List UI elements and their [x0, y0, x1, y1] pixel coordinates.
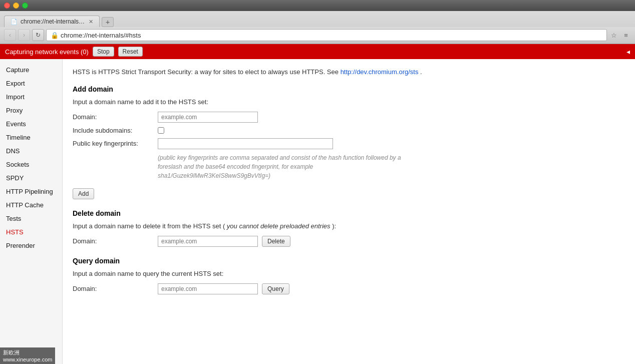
content-area: HSTS is HTTPS Strict Transport Security:… — [63, 59, 635, 364]
capture-banner: Capturing network events (0) Stop Reset … — [0, 44, 635, 59]
sidebar-item-proxy[interactable]: Proxy — [0, 104, 62, 117]
watermark-line1: 新欧洲 — [3, 349, 52, 356]
back-button[interactable]: ‹ — [4, 29, 16, 41]
lock-icon: 🔒 — [51, 32, 59, 39]
sidebar-item-tests[interactable]: Tests — [0, 212, 62, 225]
query-button[interactable]: Query — [262, 283, 289, 294]
sidebar-item-capture[interactable]: Capture — [0, 63, 62, 77]
stop-button[interactable]: Stop — [93, 47, 114, 57]
query-domain-section: Query domain Input a domain name to quer… — [73, 257, 625, 294]
chromium-link[interactable]: http://dev.chromium.org/sts — [341, 68, 419, 76]
sidebar-item-events[interactable]: Events — [0, 117, 62, 131]
query-domain-title: Query domain — [73, 257, 625, 265]
sidebar-item-http-pipelining[interactable]: HTTP Pipelining — [0, 185, 62, 198]
add-domain-section: Add domain Input a domain name to add it… — [73, 85, 625, 199]
banner-toggle-button[interactable]: ◂ — [626, 48, 630, 56]
active-tab[interactable]: 📄 chrome://net-internals/#hs ✕ — [4, 16, 100, 27]
delete-button[interactable]: Delete — [262, 236, 290, 247]
close-window-button[interactable] — [4, 3, 10, 9]
maximize-window-button[interactable] — [22, 3, 28, 9]
sidebar-item-timeline[interactable]: Timeline — [0, 131, 62, 144]
menu-icon[interactable]: ≡ — [621, 30, 631, 40]
page-icon: 📄 — [11, 19, 18, 25]
delete-domain-title: Delete domain — [73, 209, 625, 217]
add-button[interactable]: Add — [73, 188, 94, 199]
sidebar-item-sockets[interactable]: Sockets — [0, 158, 62, 171]
main-layout: Capture Export Import Proxy Events Timel… — [0, 59, 635, 364]
sidebar-item-export[interactable]: Export — [0, 77, 62, 90]
address-bar[interactable]: 🔒 chrome://net-internals/#hsts — [46, 29, 607, 41]
description-text: HSTS is HTTPS Strict Transport Security:… — [73, 68, 341, 76]
sidebar-item-hsts[interactable]: HSTS — [0, 225, 62, 239]
bookmark-icon[interactable]: ☆ — [609, 30, 619, 40]
watermark-line2: www.xineurope.com — [3, 356, 52, 362]
reset-button[interactable]: Reset — [118, 47, 143, 57]
domain-label: Domain: — [73, 113, 158, 121]
forward-button[interactable]: › — [18, 29, 30, 41]
minimize-window-button[interactable] — [13, 3, 19, 9]
public-key-input[interactable] — [158, 138, 333, 149]
sidebar-item-prerender[interactable]: Prerender — [0, 239, 62, 252]
add-domain-row: Domain: — [73, 112, 625, 123]
public-key-row: Public key fingerprints: — [73, 138, 625, 149]
watermark: 新欧洲 www.xineurope.com — [0, 347, 55, 364]
include-subdomains-label: Include subdomains: — [73, 127, 158, 134]
window-controls[interactable] — [4, 3, 28, 9]
hsts-description: HSTS is HTTPS Strict Transport Security:… — [73, 67, 625, 77]
delete-domain-label: Domain: — [73, 237, 158, 245]
public-key-label: Public key fingerprints: — [73, 140, 158, 147]
address-text: chrome://net-internals/#hsts — [61, 32, 141, 39]
fingerprint-note: (public key fingerprints are comma separ… — [158, 153, 408, 180]
delete-domain-input[interactable] — [158, 236, 258, 247]
add-domain-title: Add domain — [73, 85, 625, 93]
sidebar-item-dns[interactable]: DNS — [0, 144, 62, 158]
new-tab-button[interactable]: + — [102, 17, 114, 27]
tab-close-button[interactable]: ✕ — [89, 19, 93, 25]
sidebar-item-import[interactable]: Import — [0, 90, 62, 104]
add-domain-input[interactable] — [158, 112, 258, 123]
tab-label: chrome://net-internals/#hs — [21, 18, 86, 25]
capture-status-text: Capturing network events (0) — [5, 48, 89, 56]
query-domain-input[interactable] — [158, 283, 258, 294]
os-bar — [0, 0, 635, 11]
include-subdomains-row: Include subdomains: — [73, 127, 625, 134]
reload-button[interactable]: ↻ — [32, 29, 44, 41]
add-domain-subtitle: Input a domain name to add it to the HST… — [73, 98, 625, 106]
delete-domain-row: Domain: Delete — [73, 236, 625, 247]
query-domain-subtitle: Input a domain name to query the current… — [73, 270, 625, 277]
browser-chrome: 📄 chrome://net-internals/#hs ✕ + ‹ › ↻ 🔒… — [0, 11, 635, 44]
forward-icon: › — [23, 32, 25, 39]
delete-domain-subtitle: Input a domain name to delete it from th… — [73, 222, 625, 230]
sidebar: Capture Export Import Proxy Events Timel… — [0, 59, 63, 364]
back-icon: ‹ — [9, 32, 11, 39]
reload-icon: ↻ — [36, 32, 41, 39]
tab-bar: 📄 chrome://net-internals/#hs ✕ + — [0, 11, 635, 27]
sidebar-item-http-cache[interactable]: HTTP Cache — [0, 198, 62, 212]
sidebar-item-spdy[interactable]: SPDY — [0, 171, 62, 185]
delete-domain-section: Delete domain Input a domain name to del… — [73, 209, 625, 247]
query-domain-label: Domain: — [73, 285, 158, 292]
navigation-bar: ‹ › ↻ 🔒 chrome://net-internals/#hsts ☆ ≡ — [0, 27, 635, 44]
description-end: . — [420, 68, 422, 76]
include-subdomains-checkbox[interactable] — [158, 127, 164, 134]
query-domain-row: Domain: Query — [73, 283, 625, 294]
